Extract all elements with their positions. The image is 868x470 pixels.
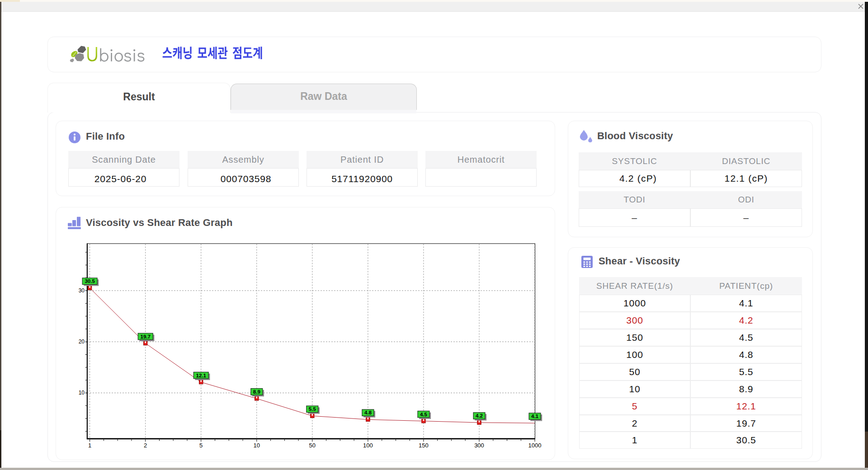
svg-text:4.2: 4.2: [476, 413, 483, 418]
svg-text:19.7: 19.7: [141, 334, 151, 339]
svg-text:30.5: 30.5: [85, 278, 95, 284]
svg-text:4.5: 4.5: [420, 412, 428, 417]
svg-text:10: 10: [254, 442, 260, 449]
svg-text:20: 20: [79, 338, 85, 345]
svg-text:5: 5: [199, 442, 203, 449]
svg-text:10: 10: [79, 390, 85, 396]
svg-text:30: 30: [79, 287, 85, 294]
svg-text:12.1: 12.1: [196, 373, 207, 378]
svg-text:4.8: 4.8: [364, 410, 372, 415]
svg-text:2: 2: [144, 442, 147, 449]
svg-text:150: 150: [419, 442, 429, 449]
svg-text:4.1: 4.1: [531, 414, 539, 419]
svg-text:8.9: 8.9: [253, 389, 260, 395]
svg-text:300: 300: [474, 442, 484, 449]
svg-text:1: 1: [88, 442, 91, 449]
svg-text:50: 50: [309, 442, 316, 449]
svg-text:100: 100: [363, 442, 373, 449]
svg-text:1000: 1000: [528, 442, 542, 449]
svg-text:5.5: 5.5: [309, 406, 316, 412]
